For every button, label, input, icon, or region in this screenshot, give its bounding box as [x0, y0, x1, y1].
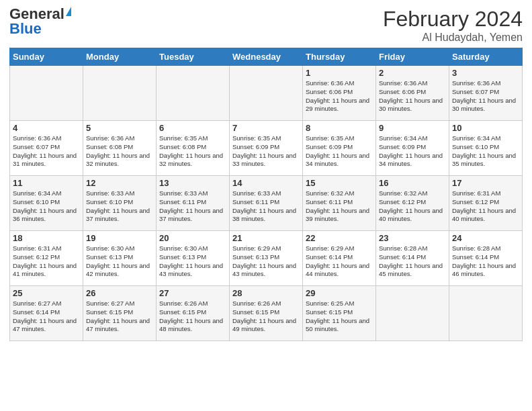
page-container: General Blue February 2024 Al Hudaydah, … — [0, 0, 532, 348]
day-number: 10 — [452, 123, 519, 133]
day-info: Sunrise: 6:35 AMSunset: 6:09 PMDaylight:… — [232, 134, 300, 169]
day-number: 28 — [232, 288, 300, 298]
day-info: Sunrise: 6:31 AMSunset: 6:12 PMDaylight:… — [13, 244, 80, 279]
day-info: Sunrise: 6:30 AMSunset: 6:13 PMDaylight:… — [159, 244, 226, 279]
day-cell: 3Sunrise: 6:36 AMSunset: 6:07 PMDaylight… — [449, 66, 523, 121]
day-info: Sunrise: 6:29 AMSunset: 6:14 PMDaylight:… — [306, 244, 373, 279]
day-number: 15 — [306, 178, 373, 188]
day-info: Sunrise: 6:36 AMSunset: 6:08 PMDaylight:… — [86, 134, 153, 169]
week-row-1: 1Sunrise: 6:36 AMSunset: 6:06 PMDaylight… — [10, 66, 523, 121]
logo: General Blue — [9, 7, 71, 38]
header-thursday: Thursday — [303, 48, 376, 66]
day-cell — [83, 66, 157, 121]
logo-general: General — [9, 7, 64, 21]
day-cell — [230, 66, 303, 121]
day-cell: 23Sunrise: 6:28 AMSunset: 6:14 PMDayligh… — [376, 231, 449, 286]
day-cell: 17Sunrise: 6:31 AMSunset: 6:12 PMDayligh… — [449, 176, 523, 231]
day-cell — [376, 286, 449, 341]
day-info: Sunrise: 6:27 AMSunset: 6:15 PMDaylight:… — [86, 300, 153, 334]
day-cell: 14Sunrise: 6:33 AMSunset: 6:11 PMDayligh… — [230, 176, 303, 231]
day-cell — [449, 286, 523, 341]
day-number: 19 — [86, 233, 153, 243]
day-info: Sunrise: 6:36 AMSunset: 6:07 PMDaylight:… — [452, 79, 519, 113]
day-info: Sunrise: 6:33 AMSunset: 6:11 PMDaylight:… — [232, 189, 300, 224]
title-block: February 2024 Al Hudaydah, Yemen — [383, 7, 523, 44]
week-row-3: 11Sunrise: 6:34 AMSunset: 6:10 PMDayligh… — [10, 176, 523, 231]
day-info: Sunrise: 6:28 AMSunset: 6:14 PMDaylight:… — [379, 244, 446, 279]
day-number: 1 — [306, 68, 373, 78]
day-number: 6 — [159, 123, 226, 133]
day-cell: 1Sunrise: 6:36 AMSunset: 6:06 PMDaylight… — [303, 66, 376, 121]
day-number: 14 — [232, 178, 300, 188]
week-row-2: 4Sunrise: 6:36 AMSunset: 6:07 PMDaylight… — [10, 121, 523, 176]
day-number: 7 — [232, 123, 300, 133]
day-info: Sunrise: 6:33 AMSunset: 6:10 PMDaylight:… — [86, 189, 153, 224]
day-cell: 28Sunrise: 6:26 AMSunset: 6:15 PMDayligh… — [230, 286, 303, 341]
day-info: Sunrise: 6:34 AMSunset: 6:10 PMDaylight:… — [13, 189, 80, 224]
logo-triangle-icon — [66, 7, 71, 16]
day-cell: 2Sunrise: 6:36 AMSunset: 6:06 PMDaylight… — [376, 66, 449, 121]
header-monday: Monday — [83, 48, 157, 66]
day-cell: 15Sunrise: 6:32 AMSunset: 6:11 PMDayligh… — [303, 176, 376, 231]
header-friday: Friday — [376, 48, 449, 66]
day-cell — [157, 66, 230, 121]
header-tuesday: Tuesday — [157, 48, 230, 66]
day-info: Sunrise: 6:26 AMSunset: 6:15 PMDaylight:… — [232, 300, 300, 334]
day-info: Sunrise: 6:35 AMSunset: 6:09 PMDaylight:… — [306, 134, 373, 169]
weekday-header-row: Sunday Monday Tuesday Wednesday Thursday… — [10, 48, 523, 66]
day-cell: 8Sunrise: 6:35 AMSunset: 6:09 PMDaylight… — [303, 121, 376, 176]
day-cell: 7Sunrise: 6:35 AMSunset: 6:09 PMDaylight… — [230, 121, 303, 176]
day-info: Sunrise: 6:26 AMSunset: 6:15 PMDaylight:… — [159, 300, 226, 334]
day-number: 27 — [159, 288, 226, 298]
day-number: 9 — [379, 123, 446, 133]
day-info: Sunrise: 6:36 AMSunset: 6:06 PMDaylight:… — [306, 79, 373, 113]
day-number: 29 — [306, 288, 373, 298]
day-info: Sunrise: 6:28 AMSunset: 6:14 PMDaylight:… — [452, 244, 519, 279]
day-info: Sunrise: 6:33 AMSunset: 6:11 PMDaylight:… — [159, 189, 226, 224]
day-cell: 10Sunrise: 6:34 AMSunset: 6:10 PMDayligh… — [449, 121, 523, 176]
day-number: 12 — [86, 178, 153, 188]
day-cell: 20Sunrise: 6:30 AMSunset: 6:13 PMDayligh… — [157, 231, 230, 286]
day-info: Sunrise: 6:29 AMSunset: 6:13 PMDaylight:… — [232, 244, 300, 279]
day-cell: 22Sunrise: 6:29 AMSunset: 6:14 PMDayligh… — [303, 231, 376, 286]
day-info: Sunrise: 6:35 AMSunset: 6:08 PMDaylight:… — [159, 134, 226, 169]
day-info: Sunrise: 6:31 AMSunset: 6:12 PMDaylight:… — [452, 189, 519, 224]
day-cell: 19Sunrise: 6:30 AMSunset: 6:13 PMDayligh… — [83, 231, 157, 286]
day-info: Sunrise: 6:30 AMSunset: 6:13 PMDaylight:… — [86, 244, 153, 279]
header-saturday: Saturday — [449, 48, 523, 66]
day-cell: 18Sunrise: 6:31 AMSunset: 6:12 PMDayligh… — [10, 231, 83, 286]
day-info: Sunrise: 6:27 AMSunset: 6:14 PMDaylight:… — [13, 300, 80, 334]
day-cell: 5Sunrise: 6:36 AMSunset: 6:08 PMDaylight… — [83, 121, 157, 176]
day-number: 8 — [306, 123, 373, 133]
day-cell: 29Sunrise: 6:25 AMSunset: 6:15 PMDayligh… — [303, 286, 376, 341]
day-info: Sunrise: 6:25 AMSunset: 6:15 PMDaylight:… — [306, 300, 373, 334]
day-number: 18 — [13, 233, 80, 243]
day-number: 5 — [86, 123, 153, 133]
calendar-title: February 2024 — [383, 7, 523, 32]
day-cell: 16Sunrise: 6:32 AMSunset: 6:12 PMDayligh… — [376, 176, 449, 231]
day-number: 25 — [13, 288, 80, 298]
day-number: 13 — [159, 178, 226, 188]
day-info: Sunrise: 6:32 AMSunset: 6:12 PMDaylight:… — [379, 189, 446, 224]
day-number: 2 — [379, 68, 446, 78]
calendar-table: Sunday Monday Tuesday Wednesday Thursday… — [9, 48, 523, 341]
day-cell: 11Sunrise: 6:34 AMSunset: 6:10 PMDayligh… — [10, 176, 83, 231]
week-row-5: 25Sunrise: 6:27 AMSunset: 6:14 PMDayligh… — [10, 286, 523, 341]
day-cell: 12Sunrise: 6:33 AMSunset: 6:10 PMDayligh… — [83, 176, 157, 231]
day-info: Sunrise: 6:36 AMSunset: 6:06 PMDaylight:… — [379, 79, 446, 113]
day-cell: 13Sunrise: 6:33 AMSunset: 6:11 PMDayligh… — [157, 176, 230, 231]
day-number: 16 — [379, 178, 446, 188]
day-info: Sunrise: 6:32 AMSunset: 6:11 PMDaylight:… — [306, 189, 373, 224]
day-number: 26 — [86, 288, 153, 298]
day-number: 21 — [232, 233, 300, 243]
day-number: 23 — [379, 233, 446, 243]
day-cell — [10, 66, 83, 121]
header-sunday: Sunday — [10, 48, 83, 66]
day-info: Sunrise: 6:34 AMSunset: 6:10 PMDaylight:… — [452, 134, 519, 169]
day-cell: 25Sunrise: 6:27 AMSunset: 6:14 PMDayligh… — [10, 286, 83, 341]
week-row-4: 18Sunrise: 6:31 AMSunset: 6:12 PMDayligh… — [10, 231, 523, 286]
day-number: 24 — [452, 233, 519, 243]
day-number: 17 — [452, 178, 519, 188]
calendar-subtitle: Al Hudaydah, Yemen — [383, 32, 523, 44]
day-cell: 26Sunrise: 6:27 AMSunset: 6:15 PMDayligh… — [83, 286, 157, 341]
